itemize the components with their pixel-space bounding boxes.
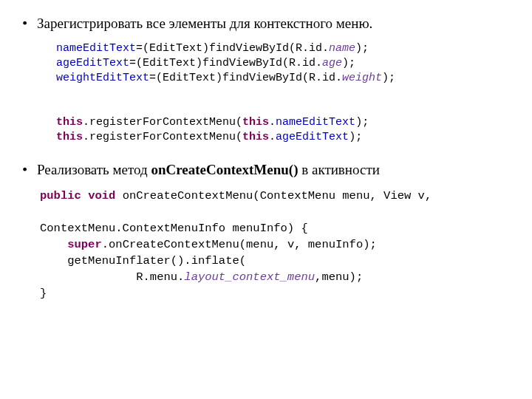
code-token bbox=[81, 189, 88, 202]
bullet-text-2-post: в активности bbox=[299, 162, 380, 177]
bullet-text-2-bold: onCreateContextMenu() bbox=[151, 162, 298, 177]
code-block-register: nameEditText=(EditText)findViewById(R.id… bbox=[56, 41, 510, 145]
code-token bbox=[40, 238, 67, 251]
code-token: this bbox=[242, 116, 269, 129]
code-token: weight bbox=[342, 72, 382, 84]
code-token: .registerForContextMenu( bbox=[83, 131, 242, 143]
code-block-oncreate: public void onCreateContextMenu(ContextM… bbox=[40, 188, 510, 301]
bullet-text-1: Зарегистрировать все элементы для контек… bbox=[37, 15, 372, 33]
code-token: R.menu. bbox=[40, 270, 184, 284]
code-token: void bbox=[88, 189, 115, 202]
code-token: public bbox=[40, 189, 81, 202]
code-token: weightEditText bbox=[56, 72, 149, 84]
code-token: ageEditText bbox=[276, 131, 349, 143]
code-token: ); bbox=[342, 57, 355, 69]
code-token: nameEditText bbox=[56, 42, 136, 55]
code-token: ); bbox=[382, 72, 395, 84]
code-token: ); bbox=[355, 42, 369, 55]
code-token: getMenuInflater().inflate( bbox=[40, 254, 246, 267]
code-token: onCreateContextMenu(ContextMenu menu, Vi… bbox=[115, 189, 432, 202]
bullet-implement: ⦁ Реализовать метод onCreateContextMenu(… bbox=[22, 161, 510, 179]
code-token: } bbox=[40, 287, 47, 300]
code-token: ContextMenu.ContextMenuInfo menuInfo) { bbox=[40, 222, 308, 235]
code-token: =(EditText)findViewById(R.id. bbox=[149, 72, 342, 84]
code-token: layout_context_menu bbox=[184, 270, 315, 284]
code-token: . bbox=[269, 131, 276, 143]
code-token: .registerForContextMenu( bbox=[83, 116, 242, 129]
code-token: .onCreateContextMenu(menu, v, menuInfo); bbox=[102, 238, 377, 251]
code-token: this bbox=[56, 116, 83, 129]
code-token: . bbox=[269, 116, 276, 129]
code-token: age bbox=[322, 57, 342, 69]
bullet-glyph-icon: ⦁ bbox=[22, 15, 37, 31]
bullet-text-2-pre: Реализовать метод bbox=[37, 162, 151, 177]
code-token: this bbox=[242, 131, 269, 143]
code-token: ,menu); bbox=[315, 270, 363, 284]
code-token: ); bbox=[349, 131, 362, 143]
code-token: ageEditText bbox=[56, 57, 129, 69]
bullet-glyph-icon: ⦁ bbox=[22, 161, 37, 177]
bullet-text-2: Реализовать метод onCreateContextMenu() … bbox=[37, 161, 380, 179]
bullet-register: ⦁ Зарегистрировать все элементы для конт… bbox=[22, 15, 510, 33]
code-token: this bbox=[56, 131, 83, 143]
code-token: =(EditText)findViewById(R.id. bbox=[129, 57, 322, 69]
code-token: ); bbox=[355, 116, 369, 129]
code-token: nameEditText bbox=[276, 116, 355, 129]
code-token: name bbox=[329, 42, 355, 55]
code-token: =(EditText)findViewById(R.id. bbox=[136, 42, 329, 55]
code-token: super bbox=[67, 238, 102, 251]
